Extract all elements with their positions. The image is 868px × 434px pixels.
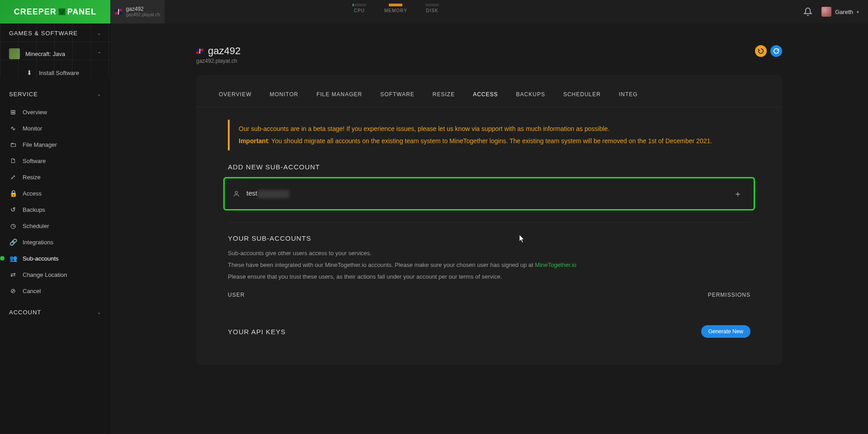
cpu-label: CPU [354,8,365,13]
overview-icon: ⊞ [9,108,17,116]
sidebar-item-label: Overview [23,109,47,116]
tab-backups[interactable]: BACKUPS [516,89,545,100]
chevron-down-icon: ⌄ [97,310,101,315]
generate-new-button[interactable]: Generate New [701,325,750,338]
user-menu[interactable]: Gareth ▾ [821,7,859,17]
redacted-text [258,190,289,198]
user-name: Gareth [835,9,853,15]
backups-icon: ↺ [9,206,17,213]
tab-software[interactable]: SOFTWARE [380,89,415,100]
tab-monitor[interactable]: MONITOR [269,89,298,100]
main-area: gaz492 gaz492.playat.ch OVERVIEWMONITORF… [110,23,868,434]
sidebar-item-file-manager[interactable]: 🗀File Manager [0,136,110,153]
resource-metrics: CPU MEMORY DISK [353,4,439,13]
brand-logo[interactable]: CREEPER PANEL [0,0,110,23]
col-user: USER [228,292,245,298]
col-permissions: PERMISSIONS [708,292,750,298]
refresh-button[interactable] [770,45,782,57]
sidebar-item-sub-accounts[interactable]: 👥Sub-accounts [0,250,110,266]
install-software-label: Install Software [39,70,79,76]
brand-part1: CREEPER [14,7,57,17]
beta-notice: Our sub-accounts are in a beta stage! If… [228,120,760,150]
brand-part2: PANEL [67,7,97,17]
scheduler-icon: ◷ [9,222,17,229]
metric-cpu[interactable]: CPU [353,4,366,13]
section-service-label: SERVICE [9,91,38,98]
tab-overview[interactable]: OVERVIEW [219,89,251,100]
change-location-icon: ⇄ [9,271,17,278]
sidebar-item-label: Sub-accounts [23,255,59,262]
cpu-bar-icon [353,4,366,6]
sidebar-item-label: Resize [23,174,41,181]
divider [228,222,750,223]
sidebar-item-software[interactable]: 🗋Software [0,153,110,169]
page-subtitle: gaz492.playat.ch [196,58,241,64]
content-panel: OVERVIEWMONITORFILE MANAGERSOFTWARERESIZ… [196,75,782,365]
disk-bar-icon [425,4,439,6]
sidebar-item-label: Cancel [23,288,41,294]
file-manager-icon: 🗀 [9,141,17,148]
flag-uk-icon [196,49,203,54]
chevron-down-icon: ⌄ [97,92,101,97]
sidebar-item-overview[interactable]: ⊞Overview [0,104,110,120]
notifications-icon[interactable] [803,7,812,16]
sidebar: GAMES & SOFTWARE ⌄ Minecraft: Java ⌃ ⬇ I… [0,23,110,434]
subaccount-table-header: USER PERMISSIONS [228,292,750,298]
sidebar-item-label: Software [23,158,46,164]
minetogether-link[interactable]: MineTogether.io [535,261,576,268]
sidebar-item-resize[interactable]: ⤢Resize [0,169,110,185]
sidebar-item-label: Access [23,190,42,197]
tab-file-manager[interactable]: FILE MANAGER [316,89,362,100]
tab-resize[interactable]: RESIZE [433,89,455,100]
tab-scheduler[interactable]: SCHEDULER [563,89,601,100]
svg-rect-2 [63,10,65,12]
sub-accounts-icon: 👥 [9,255,17,262]
subaccount-desc2: These have been integrated with our Mine… [228,260,750,270]
section-account[interactable]: ACCOUNT ⌄ [0,303,110,322]
metric-disk[interactable]: DISK [425,4,439,13]
sidebar-item-label: Monitor [23,125,42,132]
tab-access[interactable]: ACCESS [473,89,498,100]
server-selector[interactable]: gaz492 gaz492.playat.ch [110,0,165,23]
sidebar-item-integrations[interactable]: 🔗Integrations [0,234,110,250]
chevron-down-icon: ▾ [857,9,859,14]
add-subaccount-input-box[interactable]: test ＋ [223,177,755,210]
monitor-icon: ∿ [9,125,17,132]
your-subaccounts-title: YOUR SUB-ACCOUNTS [228,234,750,242]
software-icon: 🗋 [9,157,17,164]
memory-bar-icon [389,4,402,6]
sidebar-item-label: Integrations [23,239,53,246]
add-button[interactable]: ＋ [730,187,745,201]
subaccount-desc3: Please ensure that you trust these users… [228,272,750,282]
sidebar-item-backups[interactable]: ↺Backups [0,201,110,218]
section-account-label: ACCOUNT [9,309,41,316]
sidebar-item-label: File Manager [23,141,57,148]
add-subaccount-title: ADD NEW SUB-ACCOUNT [228,163,750,171]
sidebar-item-scheduler[interactable]: ◷Scheduler [0,218,110,234]
notice-line2-text: : You should migrate all accounts on the… [268,137,712,145]
sidebar-item-label: Backups [23,206,45,213]
sidebar-item-change-location[interactable]: ⇄Change Location [0,266,110,283]
tab-integ[interactable]: INTEG [619,89,638,100]
subaccount-input-value[interactable]: test [246,189,289,198]
metric-memory[interactable]: MEMORY [384,4,407,13]
notice-line2: Important: You should migrate all accoun… [239,136,760,146]
sidebar-item-monitor[interactable]: ∿Monitor [0,120,110,136]
person-icon [233,190,240,197]
sidebar-item-install-software[interactable]: ⬇ Install Software [0,65,110,81]
integrations-icon: 🔗 [9,238,17,246]
restart-button[interactable] [755,45,767,57]
access-icon: 🔒 [9,190,17,197]
flag-uk-icon [115,9,122,14]
page-title: gaz492 [208,45,241,57]
memory-label: MEMORY [384,8,407,13]
notice-important: Important [239,137,268,145]
sidebar-item-cancel[interactable]: ⊘Cancel [0,283,110,299]
tabs: OVERVIEWMONITORFILE MANAGERSOFTWARERESIZ… [196,89,782,107]
section-service[interactable]: SERVICE ⌄ [0,84,110,104]
sidebar-item-label: Scheduler [23,223,49,229]
sidebar-item-access[interactable]: 🔒Access [0,185,110,201]
download-icon: ⬇ [25,69,33,76]
cancel-icon: ⊘ [9,287,17,294]
server-name: gaz492 [126,6,160,12]
